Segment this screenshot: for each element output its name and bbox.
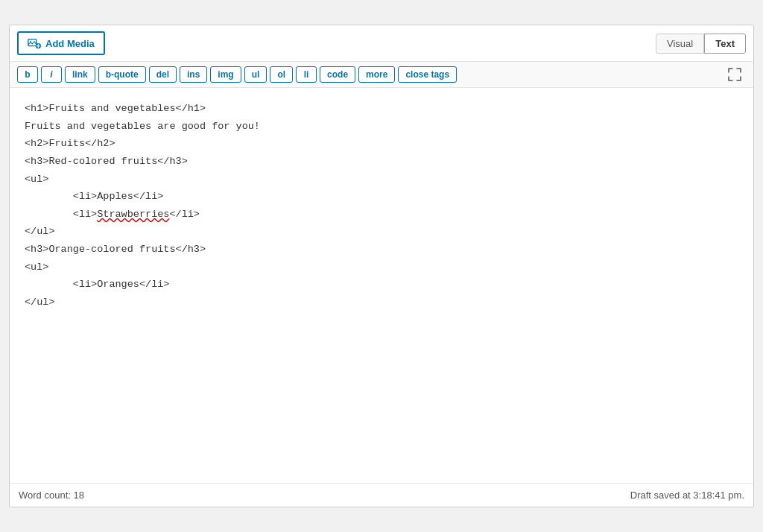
blockquote-btn[interactable]: b-quote bbox=[98, 66, 146, 83]
ins-btn[interactable]: ins bbox=[180, 66, 207, 83]
word-count-label: Word count: bbox=[19, 490, 71, 501]
ol-btn[interactable]: ol bbox=[270, 66, 293, 83]
li-btn[interactable]: li bbox=[296, 66, 317, 83]
formatting-toolbar: b i link b-quote del ins img ul ol li co… bbox=[10, 62, 753, 88]
del-btn[interactable]: del bbox=[149, 66, 177, 83]
img-btn[interactable]: img bbox=[210, 66, 241, 83]
bold-btn[interactable]: b bbox=[17, 66, 38, 83]
close-tags-btn[interactable]: close tags bbox=[398, 66, 457, 83]
italic-btn[interactable]: i bbox=[41, 66, 62, 83]
editor-line-1: <h1>Fruits and vegetables</h1> Fruits an… bbox=[25, 103, 260, 308]
visual-tab[interactable]: Visual bbox=[656, 34, 704, 54]
fullscreen-button[interactable] bbox=[724, 66, 746, 83]
code-btn[interactable]: code bbox=[320, 66, 355, 83]
more-btn[interactable]: more bbox=[358, 66, 395, 83]
add-media-button[interactable]: Add Media bbox=[17, 31, 105, 55]
ul-btn[interactable]: ul bbox=[244, 66, 267, 83]
word-count-value: 18 bbox=[73, 490, 83, 501]
draft-status: Draft saved at 3:18:41 pm. bbox=[630, 490, 744, 501]
fullscreen-icon bbox=[728, 68, 741, 81]
top-bar: Add Media Visual Text bbox=[10, 25, 753, 62]
text-tab[interactable]: Text bbox=[704, 34, 746, 54]
editor-tab-group: Visual Text bbox=[656, 34, 746, 54]
add-media-icon bbox=[28, 37, 41, 50]
word-count: Word count: 18 bbox=[19, 490, 84, 501]
add-media-label: Add Media bbox=[45, 38, 95, 49]
editor-container: Add Media Visual Text b i link b-quote d… bbox=[9, 25, 754, 507]
text-editor-area[interactable]: <h1>Fruits and vegetables</h1> Fruits an… bbox=[10, 88, 753, 483]
status-bar: Word count: 18 Draft saved at 3:18:41 pm… bbox=[10, 483, 753, 507]
link-btn[interactable]: link bbox=[65, 66, 95, 83]
